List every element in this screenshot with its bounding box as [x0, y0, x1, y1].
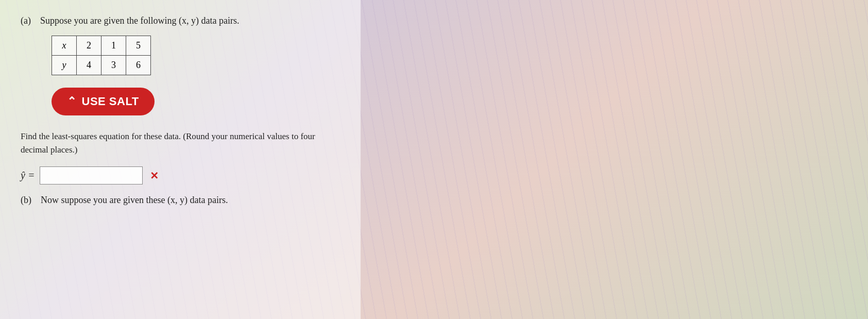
use-salt-label: USE SALT [82, 95, 139, 108]
y-hat-label: ŷ = [21, 170, 35, 181]
close-icon[interactable]: ✕ [150, 170, 159, 182]
x-header: x [52, 36, 77, 56]
x-val-2: 1 [101, 36, 126, 56]
table-row-x: x 2 1 5 [52, 36, 151, 56]
part-b-label: (b) [21, 195, 31, 205]
part-b-section: (b) Now suppose you are given these (x, … [21, 195, 340, 206]
page-content: (a) Suppose you are given the following … [0, 0, 361, 319]
part-a-question: (a) Suppose you are given the following … [21, 15, 340, 26]
y-val-2: 3 [101, 56, 126, 75]
use-salt-button[interactable]: ⌃ USE SALT [52, 88, 155, 115]
part-a-label: (a) [21, 15, 31, 26]
part-a-section: (a) Suppose you are given the following … [21, 15, 340, 184]
equation-row: ŷ = ✕ [21, 166, 340, 184]
x-val-1: 2 [77, 36, 101, 56]
data-table: x 2 1 5 y 4 3 6 [52, 36, 151, 75]
x-val-3: 5 [126, 36, 151, 56]
table-row-y: y 4 3 6 [52, 56, 151, 75]
part-b-question-text: Now suppose you are given these (x, y) d… [41, 195, 228, 205]
answer-input[interactable] [40, 166, 143, 184]
y-val-1: 4 [77, 56, 101, 75]
instruction-text: Find the least-squares equation for thes… [21, 130, 340, 156]
part-a-question-text: Suppose you are given the following (x, … [40, 15, 239, 26]
y-header: y [52, 56, 77, 75]
y-val-3: 6 [126, 56, 151, 75]
part-b-question: (b) Now suppose you are given these (x, … [21, 195, 340, 206]
salt-icon: ⌃ [67, 95, 77, 108]
